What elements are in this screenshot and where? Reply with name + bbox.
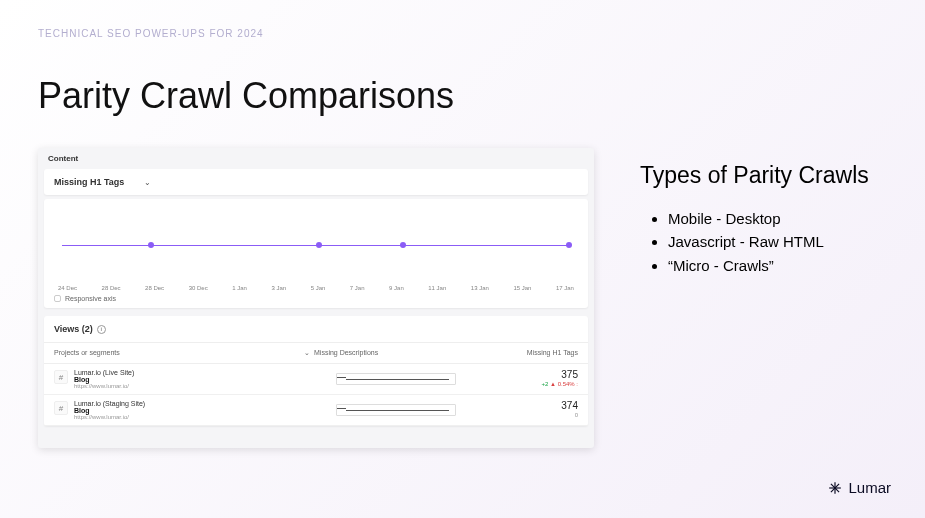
- project-name: Lumar.io (Staging Site): [74, 400, 145, 407]
- h1-delta: +2 ▲ 0.54% :: [542, 381, 578, 387]
- delta-plus: +2: [542, 381, 549, 387]
- sort-icon[interactable]: ⌄: [304, 349, 310, 357]
- x-tick: 13 Jan: [471, 285, 489, 291]
- views-column-headers: Projects or segments ⌄ Missing Descripti…: [44, 343, 588, 364]
- x-tick: 7 Jan: [350, 285, 365, 291]
- x-tick: 30 Dec: [189, 285, 208, 291]
- project-name: Lumar.io (Live Site): [74, 369, 134, 376]
- brand-footer: Lumar: [828, 479, 891, 496]
- h1-delta: 0: [575, 412, 578, 418]
- x-tick: 28 Dec: [145, 285, 164, 291]
- delta-percent: ▲ 0.54% :: [550, 381, 578, 387]
- project-tag: Blog: [74, 376, 134, 383]
- x-tick: 28 Dec: [102, 285, 121, 291]
- parity-crawl-types-list: Mobile - Desktop Javascript - Raw HTML “…: [640, 207, 910, 277]
- x-tick: 5 Jan: [311, 285, 326, 291]
- brand-name: Lumar: [848, 479, 891, 496]
- list-item: Mobile - Desktop: [668, 207, 910, 230]
- dashboard-section-title: Content: [38, 148, 594, 169]
- slide-header-label: TECHNICAL SEO POWER-UPS FOR 2024: [38, 28, 264, 39]
- table-row[interactable]: # Lumar.io (Staging Site) Blog https://w…: [44, 395, 588, 426]
- h1-value: 375: [488, 369, 578, 380]
- x-tick: 3 Jan: [271, 285, 286, 291]
- trend-chart-card: 24 Dec 28 Dec 28 Dec 30 Dec 1 Jan 3 Jan …: [44, 199, 588, 308]
- views-header: Views (2) i: [44, 316, 588, 343]
- chart-point: [148, 242, 154, 248]
- hash-icon: #: [54, 401, 68, 415]
- x-tick: 1 Jan: [232, 285, 247, 291]
- col-projects-header: Projects or segments: [54, 349, 304, 357]
- x-tick: 11 Jan: [428, 285, 446, 291]
- chart-point: [400, 242, 406, 248]
- responsive-axis-label: Responsive axis: [65, 295, 116, 302]
- project-tag: Blog: [74, 407, 145, 414]
- slide-title: Parity Crawl Comparisons: [38, 75, 454, 117]
- delta-zero: 0: [575, 412, 578, 418]
- project-url: https://www.lumar.io/: [74, 383, 134, 389]
- trend-chart: [54, 211, 578, 281]
- sparkline: [336, 404, 456, 416]
- h1-value: 374: [488, 400, 578, 411]
- right-title: Types of Parity Crawls: [640, 162, 910, 189]
- info-icon[interactable]: i: [97, 325, 106, 334]
- x-tick: 15 Jan: [513, 285, 531, 291]
- chart-point: [566, 242, 572, 248]
- chart-point: [316, 242, 322, 248]
- right-column: Types of Parity Crawls Mobile - Desktop …: [640, 162, 910, 277]
- chevron-down-icon: ⌄: [144, 178, 151, 187]
- x-tick: 17 Jan: [556, 285, 574, 291]
- x-tick: 9 Jan: [389, 285, 404, 291]
- views-title: Views (2): [54, 324, 93, 334]
- project-url: https://www.lumar.io/: [74, 414, 145, 420]
- views-card: Views (2) i Projects or segments ⌄ Missi…: [44, 316, 588, 426]
- x-tick: 24 Dec: [58, 285, 77, 291]
- hash-icon: #: [54, 370, 68, 384]
- dashboard-screenshot: Content Missing H1 Tags ⌄ 24 Dec 28 Dec …: [38, 148, 594, 448]
- metric-dropdown[interactable]: Missing H1 Tags ⌄: [44, 169, 588, 195]
- checkbox-icon: [54, 295, 61, 302]
- table-row[interactable]: # Lumar.io (Live Site) Blog https://www.…: [44, 364, 588, 395]
- list-item: “Micro - Crawls”: [668, 254, 910, 277]
- lumar-logo-icon: [828, 481, 842, 495]
- metric-dropdown-label: Missing H1 Tags: [54, 177, 124, 187]
- x-axis-labels: 24 Dec 28 Dec 28 Dec 30 Dec 1 Jan 3 Jan …: [54, 281, 578, 291]
- list-item: Javascript - Raw HTML: [668, 230, 910, 253]
- sparkline: [336, 373, 456, 385]
- col-h1-header: Missing H1 Tags: [488, 349, 578, 357]
- responsive-axis-toggle[interactable]: Responsive axis: [54, 291, 578, 302]
- col-desc-header: Missing Descriptions: [314, 349, 488, 357]
